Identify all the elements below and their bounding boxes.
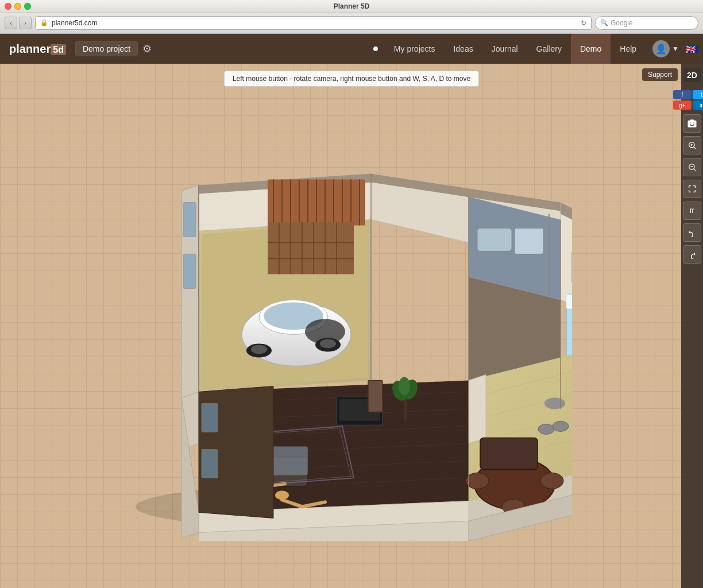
svg-point-78: [538, 424, 554, 434]
svg-line-116: [694, 147, 696, 149]
search-text: Google: [611, 19, 633, 27]
zoom-out-icon: [687, 163, 697, 172]
svg-rect-98: [368, 380, 383, 412]
svg-rect-58: [183, 202, 196, 237]
nav-gallery[interactable]: Gallery: [527, 34, 571, 64]
svg-rect-100: [480, 438, 538, 469]
zoom-out-button[interactable]: [683, 158, 701, 176]
svg-rect-110: [202, 403, 218, 432]
svg-point-112: [690, 122, 694, 125]
browser-toolbar: ‹ › 🔒 planner5d.com ↻ 🔍 Google: [0, 13, 703, 33]
svg-point-79: [553, 421, 569, 431]
fullscreen-button[interactable]: [683, 180, 701, 198]
zoom-in-icon: [687, 141, 697, 150]
main-viewport[interactable]: Left mouse button - rotate camera, right…: [0, 64, 703, 588]
reload-icon[interactable]: ↻: [581, 19, 586, 27]
user-dropdown-icon: ▼: [672, 45, 679, 53]
project-name[interactable]: Demo project: [75, 41, 138, 56]
settings-icon[interactable]: ⚙: [142, 42, 152, 55]
url-text: planner5d.com: [52, 19, 97, 27]
app-header: planner5d Demo project ⚙ My projects Ide…: [0, 34, 703, 64]
right-sidebar: 2D f t g+ in: [681, 64, 703, 588]
svg-point-95: [399, 377, 410, 395]
svg-rect-40: [515, 228, 543, 254]
nav-demo[interactable]: Demo: [571, 34, 611, 64]
nav-journal[interactable]: Journal: [482, 34, 527, 64]
svg-line-119: [694, 169, 696, 171]
nav-help[interactable]: Help: [611, 34, 646, 64]
forward-button[interactable]: ›: [19, 17, 32, 29]
floor-plan-svg: [113, 127, 572, 541]
svg-point-35: [320, 339, 336, 348]
linkedin-icon[interactable]: in: [693, 100, 703, 110]
browser-titlebar: Planner 5D: [0, 0, 703, 13]
svg-point-34: [251, 345, 267, 354]
nav-buttons: ‹ ›: [5, 17, 32, 29]
close-button[interactable]: [5, 3, 11, 10]
svg-point-74: [466, 473, 489, 489]
svg-point-75: [540, 473, 563, 489]
support-button[interactable]: Support: [642, 68, 678, 81]
user-avatar: 👤: [652, 40, 670, 57]
screenshot-button[interactable]: [683, 114, 701, 133]
tooltip-box: Left mouse button - rotate camera, right…: [224, 71, 479, 87]
twitter-icon[interactable]: t: [693, 90, 703, 99]
units-label: ft': [690, 207, 694, 214]
undo-button[interactable]: [683, 223, 701, 242]
maximize-button[interactable]: [24, 3, 31, 10]
camera-icon: [687, 118, 697, 129]
redo-icon: [687, 250, 697, 259]
mode-2d-button[interactable]: 2D: [683, 68, 701, 82]
svg-rect-59: [183, 254, 196, 288]
svg-rect-39: [477, 228, 512, 251]
svg-rect-48: [566, 294, 572, 308]
minimize-button[interactable]: [14, 3, 21, 10]
user-menu[interactable]: 👤 ▼: [646, 40, 686, 57]
nav-ideas[interactable]: Ideas: [444, 34, 482, 64]
svg-marker-99: [469, 374, 486, 443]
house-3d-view[interactable]: [113, 127, 572, 541]
undo-icon: [687, 228, 697, 237]
traffic-lights: [5, 3, 31, 10]
nav-links: My projects Ideas Journal Gallery Demo H…: [385, 34, 646, 64]
zoom-in-button[interactable]: [683, 136, 701, 154]
app-container: planner5d Demo project ⚙ My projects Ide…: [0, 34, 703, 588]
googleplus-icon[interactable]: g+: [673, 100, 692, 110]
tooltip-text: Left mouse button - rotate camera, right…: [233, 75, 470, 83]
social-icons: f t g+ in: [673, 90, 703, 110]
svg-rect-111: [202, 449, 218, 478]
back-button[interactable]: ‹: [5, 17, 17, 29]
lock-icon: 🔒: [40, 19, 48, 26]
language-flag[interactable]: 🇬🇧: [686, 45, 698, 53]
search-icon: 🔍: [600, 19, 608, 26]
svg-point-70: [544, 397, 565, 409]
logo-text: planner5d: [9, 42, 66, 56]
logo-area: planner5d: [9, 42, 66, 56]
nav-my-projects[interactable]: My projects: [385, 34, 445, 64]
units-button[interactable]: ft': [683, 202, 701, 220]
redo-button[interactable]: [683, 245, 701, 264]
svg-rect-19: [268, 222, 354, 274]
nav-dot: [373, 47, 378, 51]
window-title: Planner 5D: [334, 2, 370, 10]
browser-chrome: Planner 5D ‹ › 🔒 planner5d.com ↻ 🔍 Googl…: [0, 0, 703, 34]
facebook-icon[interactable]: f: [673, 90, 692, 99]
fullscreen-icon: [687, 184, 697, 194]
search-bar[interactable]: 🔍 Google: [595, 16, 698, 30]
address-bar[interactable]: 🔒 planner5d.com ↻: [35, 16, 592, 30]
